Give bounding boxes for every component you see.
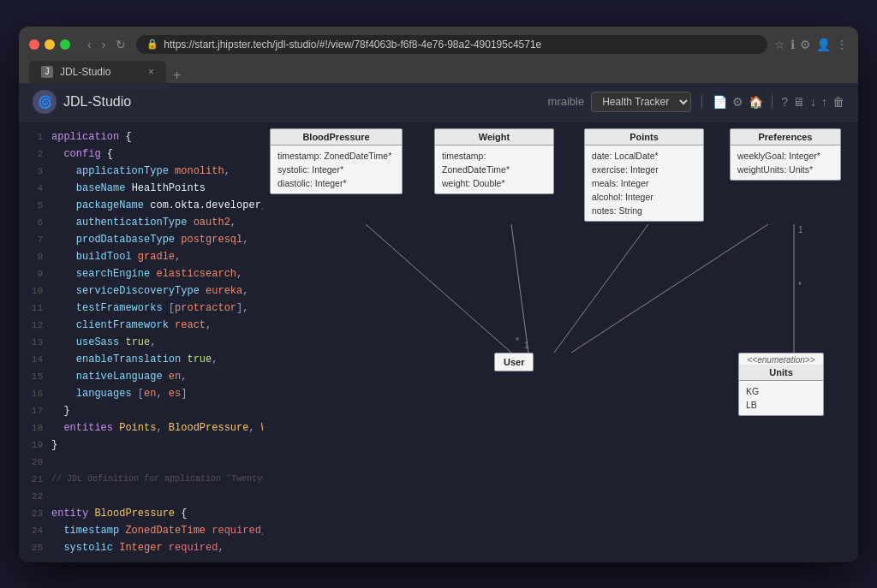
- code-line-26: 26 diastolic Integer required: [19, 556, 263, 558]
- code-line-1: 1 application {: [19, 128, 263, 146]
- home-icon[interactable]: 🏠: [749, 95, 763, 109]
- code-line-12: 12 clientFramework react,: [19, 317, 263, 334]
- bookmark-icon[interactable]: ☆: [774, 38, 785, 51]
- help-icon[interactable]: ?: [781, 95, 788, 109]
- code-line-2: 2 config {: [19, 146, 263, 163]
- code-line-7: 7 prodDatabaseType postgresql,: [19, 231, 263, 248]
- app-selector[interactable]: Health Tracker: [591, 92, 691, 112]
- entity-units-stereotype: <<enumeration>>: [739, 353, 823, 365]
- code-line-5: 5 packageName com.okta.developer,: [19, 197, 263, 214]
- code-line-10: 10 serviceDiscoveryType eureka,: [19, 282, 263, 300]
- svg-text:*: *: [516, 336, 519, 346]
- tab-favicon: J: [41, 66, 53, 78]
- diagram-area: * 1 * 1 BloodPressure timestamp: ZonedDa…: [263, 122, 858, 558]
- svg-line-2: [554, 224, 648, 353]
- new-file-icon[interactable]: 📄: [713, 95, 727, 109]
- back-button[interactable]: ‹: [84, 36, 95, 53]
- active-tab[interactable]: J JDL-Studio ×: [29, 61, 166, 83]
- menu-icon[interactable]: ⋮: [836, 38, 848, 51]
- svg-line-0: [366, 224, 511, 353]
- app-title: JDL-Studio: [63, 94, 131, 110]
- code-line-13: 13 useSass true,: [19, 334, 263, 351]
- header-icons: 📄 ⚙ 🏠 ? 🖥 ↓ ↑ 🗑: [713, 95, 844, 109]
- maximize-button[interactable]: [60, 39, 70, 50]
- lock-icon: 🔒: [146, 39, 158, 50]
- code-line-9: 9 searchEngine elasticsearch,: [19, 265, 263, 282]
- main-area: 1 application { 2 config { 3 application…: [19, 122, 858, 558]
- entity-points[interactable]: Points date: LocalDate*exercise: Integer…: [584, 128, 704, 222]
- browser-titlebar: ‹ › ↻ 🔒 https://start.jhipster.tech/jdl-…: [19, 27, 858, 83]
- code-line-17: 17 }: [19, 402, 263, 419]
- entity-points-body: date: LocalDate*exercise: Integermeals: …: [585, 146, 703, 221]
- entity-units-body: KGLB: [739, 381, 823, 415]
- entity-preferences-body: weeklyGoal: Integer*weightUnits: Units*: [731, 146, 840, 180]
- code-line-23: 23 entity BloodPressure {: [19, 505, 263, 522]
- entity-preferences-title: Preferences: [731, 129, 840, 146]
- code-line-24: 24 timestamp ZonedDateTime required,: [19, 522, 263, 539]
- code-line-11: 11 testFrameworks [protractor],: [19, 300, 263, 317]
- icon-divider: [772, 95, 773, 109]
- entity-units-title: Units: [739, 365, 823, 381]
- nav-buttons: ‹ › ↻: [84, 36, 129, 53]
- forward-button[interactable]: ›: [98, 36, 110, 53]
- profile-icon[interactable]: 👤: [816, 38, 831, 51]
- logo-emoji: 🌀: [38, 95, 52, 109]
- svg-line-3: [571, 224, 768, 353]
- entity-bloodpressure-title: BloodPressure: [271, 129, 402, 146]
- browser-actions: ☆ ℹ ⚙ 👤 ⋮: [774, 38, 848, 51]
- entity-points-title: Points: [585, 129, 703, 146]
- code-line-22: 22: [19, 488, 263, 505]
- tab-title: JDL-Studio: [60, 66, 110, 78]
- code-editor[interactable]: 1 application { 2 config { 3 application…: [19, 122, 263, 558]
- svg-line-1: [511, 224, 528, 353]
- download-icon[interactable]: ↓: [810, 95, 816, 109]
- code-line-15: 15 nativeLanguage en,: [19, 368, 263, 385]
- svg-text:*: *: [798, 281, 802, 290]
- code-line-4: 4 baseName HealthPoints: [19, 180, 263, 197]
- entity-user[interactable]: User: [494, 353, 534, 371]
- reload-button[interactable]: ↻: [112, 36, 129, 53]
- code-line-20: 20: [19, 454, 263, 471]
- url-text: https://start.jhipster.tech/jdl-studio/#…: [164, 39, 541, 50]
- svg-text:1: 1: [798, 225, 803, 235]
- close-button[interactable]: [29, 39, 39, 50]
- entity-preferences[interactable]: Preferences weeklyGoal: Integer*weightUn…: [730, 128, 841, 181]
- browser-window: ‹ › ↻ 🔒 https://start.jhipster.tech/jdl-…: [19, 27, 858, 562]
- app-header: 🌀 JDL-Studio mraible Health Tracker 📄 ⚙ …: [19, 83, 858, 122]
- new-tab-button[interactable]: +: [166, 68, 188, 83]
- entity-weight[interactable]: Weight timestamp: ZonedDateTime*weight: …: [434, 128, 554, 194]
- code-line-8: 8 buildTool gradle,: [19, 248, 263, 265]
- tab-bar: J JDL-Studio × +: [29, 61, 848, 83]
- trash-icon[interactable]: 🗑: [832, 95, 844, 109]
- info-icon[interactable]: ℹ: [790, 38, 795, 51]
- header-divider: [701, 95, 702, 109]
- entity-weight-body: timestamp: ZonedDateTime*weight: Double*: [435, 146, 553, 193]
- traffic-lights: [29, 39, 70, 50]
- entity-weight-title: Weight: [435, 129, 553, 146]
- extension-icon[interactable]: ⚙: [800, 38, 811, 51]
- upload-icon[interactable]: ↑: [821, 95, 827, 109]
- app-logo: 🌀 JDL-Studio: [33, 90, 131, 114]
- app-header-right: mraible Health Tracker 📄 ⚙ 🏠 ? 🖥 ↓ ↑ 🗑: [548, 92, 844, 112]
- code-line-6: 6 authenticationType oauth2,: [19, 214, 263, 231]
- browser-controls: ‹ › ↻ 🔒 https://start.jhipster.tech/jdl-…: [29, 35, 848, 54]
- code-line-3: 3 applicationType monolith,: [19, 163, 263, 180]
- tab-close-button[interactable]: ×: [148, 66, 154, 78]
- svg-text:1: 1: [524, 341, 529, 350]
- entity-units[interactable]: <<enumeration>> Units KGLB: [738, 353, 824, 416]
- minimize-button[interactable]: [45, 39, 55, 50]
- app-content: 🌀 JDL-Studio mraible Health Tracker 📄 ⚙ …: [19, 83, 858, 562]
- code-line-25: 25 systolic Integer required,: [19, 539, 263, 556]
- url-bar[interactable]: 🔒 https://start.jhipster.tech/jdl-studio…: [136, 35, 767, 54]
- logo-avatar: 🌀: [33, 90, 57, 114]
- monitor-icon[interactable]: 🖥: [793, 95, 805, 109]
- code-line-21: 21 // JDL definition for application 'Tw…: [19, 471, 263, 488]
- entity-bloodpressure[interactable]: BloodPressure timestamp: ZonedDateTime*s…: [270, 128, 403, 194]
- username: mraible: [548, 95, 585, 108]
- code-line-19: 19 }: [19, 437, 263, 454]
- settings-icon[interactable]: ⚙: [732, 95, 743, 109]
- entity-bloodpressure-body: timestamp: ZonedDateTime*systolic: Integ…: [271, 146, 402, 193]
- code-line-16: 16 languages [en, es]: [19, 385, 263, 402]
- code-line-18: 18 entities Points, BloodPressure, Weigh…: [19, 419, 263, 437]
- code-line-14: 14 enableTranslation true,: [19, 351, 263, 368]
